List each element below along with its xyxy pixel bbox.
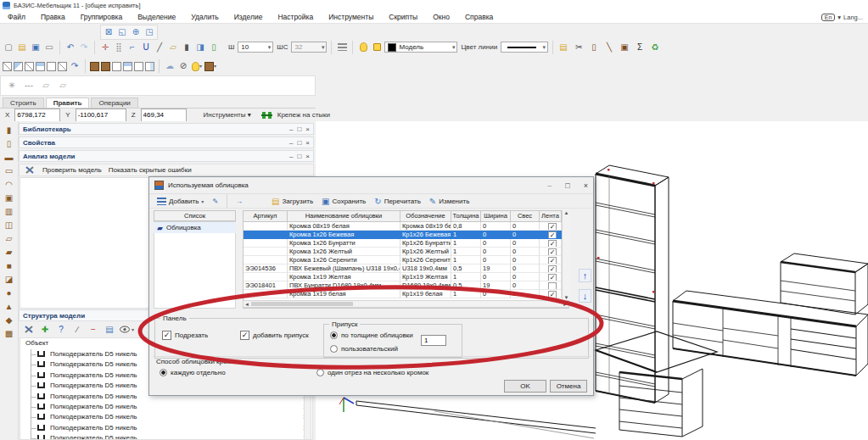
table-row-6[interactable]: ЭЭ014536ПВХ Бежевый (Шампань) U318 19х0,… xyxy=(244,265,568,273)
panel-mode-icon[interactable]: ▯ xyxy=(208,41,220,53)
save-button[interactable]: ▣ Сохранить xyxy=(319,196,368,207)
drawer-icon[interactable]: ▩ xyxy=(3,327,16,339)
scroll-right-icon[interactable]: ► xyxy=(563,302,568,307)
scroll-left-icon[interactable]: ◄ xyxy=(244,302,249,307)
cone-icon[interactable]: ▲ xyxy=(3,300,16,312)
menu-item-3[interactable]: Группировка xyxy=(73,13,131,21)
dropdown-icon[interactable]: ▾ xyxy=(201,198,204,204)
filled-panel-icon[interactable]: ▰ xyxy=(3,246,16,258)
brown-cube-icon[interactable] xyxy=(90,62,99,71)
menu-item-2[interactable]: Правка xyxy=(33,13,73,21)
minimize-icon[interactable]: – xyxy=(289,139,293,147)
custom-radio[interactable]: пользовательский xyxy=(330,345,398,353)
table-row-9[interactable]: Кромка 1х19 белаяКр1х19 белая100✓ xyxy=(244,290,568,298)
add-node-icon[interactable]: ✚ xyxy=(39,323,51,336)
by-thickness-radio[interactable]: по толщине облицовки xyxy=(330,331,413,339)
blue-top-cube-icon[interactable] xyxy=(123,62,132,71)
scroll-thumb[interactable] xyxy=(251,302,353,306)
menu-item-10[interactable]: Окно xyxy=(425,13,457,21)
table-view-icon[interactable] xyxy=(145,62,154,71)
tab-операции[interactable]: Операции xyxy=(91,97,137,108)
apply-arrow-button[interactable]: → xyxy=(233,197,245,206)
fastener-button[interactable]: Крепеж на стыки xyxy=(277,111,330,119)
tree-item-7[interactable]: Полкодержатель D5 никель1Б xyxy=(31,412,312,422)
help-node-icon[interactable]: ? xyxy=(55,323,67,336)
tape-checkbox[interactable]: ✓ xyxy=(548,223,557,231)
dropdown-icon[interactable]: ▾ xyxy=(266,44,273,51)
table-vertical-scrollbar[interactable]: ▲ ▼ xyxy=(562,210,570,300)
open-folder-icon[interactable]: ▤ xyxy=(16,41,28,53)
tape-checkbox[interactable]: ✓ xyxy=(548,231,557,239)
print-icon[interactable]: ▭ xyxy=(43,41,55,53)
corner-select-icon[interactable]: ⌐ xyxy=(126,41,138,53)
tree-item-9[interactable]: Полкодержатель D5 никель1Б xyxy=(31,433,312,440)
remove-link-icon[interactable]: − xyxy=(87,323,99,336)
column-header-5[interactable]: Ширина xyxy=(481,211,511,222)
lock-icon[interactable] xyxy=(371,41,383,53)
ok-button[interactable]: OK xyxy=(504,380,546,393)
close-icon[interactable]: × xyxy=(305,139,310,147)
cabinet-icon[interactable]: ▯ xyxy=(588,41,600,53)
cancel-button[interactable]: Отмена xyxy=(550,380,587,393)
widthc-combo[interactable]: 32▾ xyxy=(291,42,327,53)
save-icon[interactable]: ▣ xyxy=(30,41,42,53)
ruler-icon[interactable]: ▱ xyxy=(167,41,179,53)
sphere-icon[interactable]: ● xyxy=(3,287,16,298)
box-icon[interactable]: ▣ xyxy=(619,41,630,53)
language-indicator[interactable]: En ▾ Lang... xyxy=(821,11,863,24)
dropdown-icon[interactable]: ▾ xyxy=(214,60,216,72)
minimize-icon[interactable]: – xyxy=(547,181,552,190)
column-header-1[interactable]: Артикул xyxy=(244,211,288,222)
brush-icon[interactable]: ╲ xyxy=(603,41,615,53)
wire-cube-icon[interactable] xyxy=(3,62,12,71)
plane2-icon[interactable]: ▱ xyxy=(57,80,69,92)
tape-checkbox[interactable]: ✓ xyxy=(548,248,557,256)
column-header-2[interactable]: Наименование облицовки xyxy=(288,211,400,222)
maximize-icon[interactable]: □ xyxy=(297,125,301,133)
line-icon[interactable]: ╱ xyxy=(154,41,165,53)
move-up-button[interactable]: ↑ xyxy=(579,269,591,282)
panel-header-properties[interactable]: Свойства –□× xyxy=(19,136,314,148)
dialog-title-bar[interactable]: Используемая облицовка – □ × xyxy=(149,177,593,194)
width-combo[interactable]: 10▾ xyxy=(238,42,273,53)
z-input[interactable] xyxy=(141,109,187,122)
axes-snap-icon[interactable]: ✛ xyxy=(99,41,111,53)
shaded-view-icon[interactable]: ◨ xyxy=(194,41,206,53)
shelf-icon[interactable]: ▬ xyxy=(3,151,16,163)
column-header-4[interactable]: Толщина xyxy=(451,211,481,222)
checkbox-icon[interactable]: ✓ xyxy=(240,331,249,340)
radio-icon[interactable] xyxy=(160,369,167,376)
arrow-cube-icon[interactable] xyxy=(58,62,67,71)
y-input[interactable] xyxy=(76,109,126,122)
column-header-7[interactable]: Лента xyxy=(540,211,562,222)
edit-pencil-button[interactable]: ✎ xyxy=(210,197,221,206)
cut-checkbox[interactable]: ✓ Подрезать xyxy=(162,331,208,340)
undo-icon[interactable]: ↶ xyxy=(64,41,76,53)
load-button[interactable]: ▤ Загрузить xyxy=(269,196,316,207)
menu-item-9[interactable]: Скрипты xyxy=(381,13,425,21)
menu-item-6[interactable]: Изделие xyxy=(227,13,271,21)
front-face-cube-icon[interactable] xyxy=(14,62,23,71)
check-model-button[interactable]: Проверить модель xyxy=(42,166,102,174)
folder-icon[interactable]: ▤ xyxy=(557,41,569,53)
dropdown-icon[interactable]: ▾ xyxy=(541,44,548,51)
tape-checkbox[interactable] xyxy=(548,282,557,290)
menu-item-11[interactable]: Справка xyxy=(457,13,501,21)
tape-checkbox[interactable]: ✓ xyxy=(548,257,557,265)
tape-checkbox[interactable]: ✓ xyxy=(548,240,557,248)
redo-icon[interactable]: ↷ xyxy=(78,41,90,53)
dashed-cube-icon[interactable] xyxy=(47,62,56,71)
column-header-6[interactable]: Свес xyxy=(511,211,540,222)
edging-icon[interactable] xyxy=(336,41,348,53)
copy-doc-icon[interactable]: ▤ xyxy=(104,323,115,336)
plane-icon[interactable]: ▱ xyxy=(40,80,52,92)
x-input[interactable] xyxy=(14,109,60,122)
angled-panel-icon[interactable]: ▱ xyxy=(3,232,16,244)
tools-menu[interactable]: Инструменты ▾ xyxy=(204,111,251,119)
door-icon[interactable]: ◫ xyxy=(3,219,16,231)
tree-item-8[interactable]: Полкодержатель D5 никель1Б xyxy=(31,423,312,433)
new-file-icon[interactable]: ▢ xyxy=(3,41,14,53)
dropdown-icon[interactable]: ▾ xyxy=(248,111,251,119)
line-style-combo[interactable]: ▾ xyxy=(501,42,548,53)
tree-item-6[interactable]: Полкодержатель D5 никель1Б xyxy=(31,402,312,412)
